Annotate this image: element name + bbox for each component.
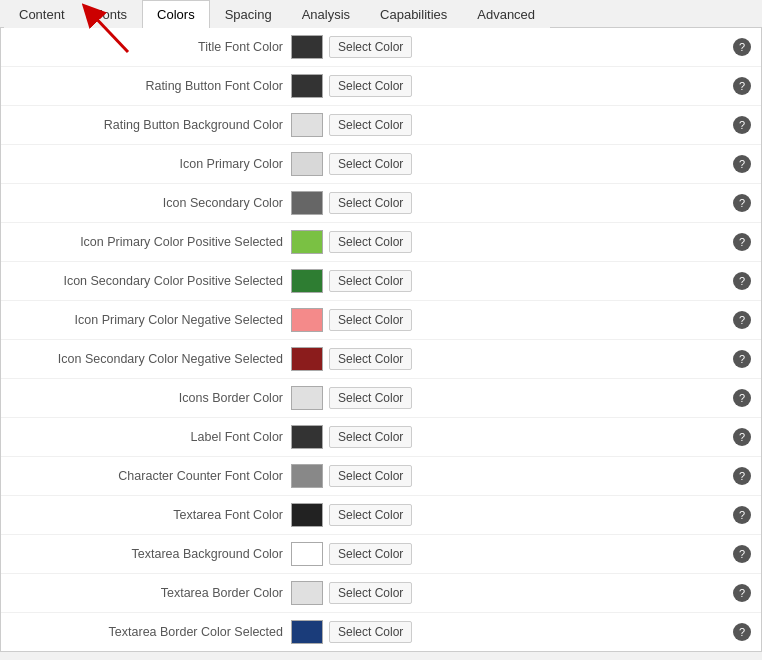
row-control-group: Select Color [291,503,412,527]
color-swatch[interactable] [291,425,323,449]
help-icon[interactable]: ? [733,428,751,446]
help-icon[interactable]: ? [733,584,751,602]
color-row: Icon Primary Color Negative Selected Sel… [1,301,761,340]
help-icon[interactable]: ? [733,38,751,56]
color-row: Character Counter Font Color Select Colo… [1,457,761,496]
row-control-group: Select Color [291,269,412,293]
color-swatch[interactable] [291,230,323,254]
color-swatch[interactable] [291,464,323,488]
row-label-group: Rating Button Font Color [11,79,291,93]
row-label-group: Title Font Color [11,40,291,54]
color-label: Textarea Font Color [173,508,283,522]
row-label-group: Icon Primary Color [11,157,291,171]
row-control-group: Select Color [291,386,412,410]
color-label: Title Font Color [198,40,283,54]
tab-content[interactable]: Content [4,0,80,28]
select-color-button[interactable]: Select Color [329,231,412,253]
help-icon[interactable]: ? [733,623,751,641]
help-icon[interactable]: ? [733,77,751,95]
color-swatch[interactable] [291,191,323,215]
select-color-button[interactable]: Select Color [329,504,412,526]
help-icon[interactable]: ? [733,389,751,407]
select-color-button[interactable]: Select Color [329,387,412,409]
color-row: Icon Primary Color Positive Selected Sel… [1,223,761,262]
color-swatch[interactable] [291,74,323,98]
color-row: Icon Secondary Color Positive Selected S… [1,262,761,301]
color-swatch[interactable] [291,503,323,527]
help-icon[interactable]: ? [733,506,751,524]
tab-advanced[interactable]: Advanced [462,0,550,28]
row-label-group: Label Font Color [11,430,291,444]
row-control-group: Select Color [291,425,412,449]
row-control-group: Select Color [291,464,412,488]
tab-spacing[interactable]: Spacing [210,0,287,28]
color-label: Icon Secondary Color Positive Selected [63,274,283,288]
color-swatch[interactable] [291,269,323,293]
select-color-button[interactable]: Select Color [329,75,412,97]
color-swatch[interactable] [291,581,323,605]
select-color-button[interactable]: Select Color [329,192,412,214]
row-label-group: Textarea Border Color Selected [11,625,291,639]
row-label-group: Textarea Border Color [11,586,291,600]
color-swatch[interactable] [291,113,323,137]
color-row: Textarea Border Color Select Color ? [1,574,761,613]
row-label-group: Textarea Font Color [11,508,291,522]
color-swatch[interactable] [291,542,323,566]
tab-analysis[interactable]: Analysis [287,0,365,28]
tab-colors[interactable]: Colors [142,0,210,28]
help-icon[interactable]: ? [733,467,751,485]
select-color-button[interactable]: Select Color [329,270,412,292]
color-swatch[interactable] [291,308,323,332]
row-control-group: Select Color [291,74,412,98]
select-color-button[interactable]: Select Color [329,621,412,643]
color-swatch[interactable] [291,386,323,410]
color-swatch[interactable] [291,35,323,59]
row-control-group: Select Color [291,113,412,137]
tab-fonts[interactable]: Fonts [80,0,143,28]
color-label: Textarea Background Color [132,547,283,561]
color-label: Rating Button Background Color [104,118,283,132]
row-control-group: Select Color [291,581,412,605]
row-label-group: Icon Primary Color Positive Selected [11,235,291,249]
select-color-button[interactable]: Select Color [329,36,412,58]
color-row: Rating Button Background Color Select Co… [1,106,761,145]
help-icon[interactable]: ? [733,311,751,329]
tab-capabilities[interactable]: Capabilities [365,0,462,28]
row-control-group: Select Color [291,35,412,59]
row-label-group: Icons Border Color [11,391,291,405]
select-color-button[interactable]: Select Color [329,543,412,565]
color-label: Icon Secondary Color Negative Selected [58,352,283,366]
help-icon[interactable]: ? [733,194,751,212]
color-row: Icon Primary Color Select Color ? [1,145,761,184]
color-swatch[interactable] [291,152,323,176]
row-label-group: Character Counter Font Color [11,469,291,483]
row-control-group: Select Color [291,191,412,215]
help-icon[interactable]: ? [733,155,751,173]
color-label: Icon Primary Color Positive Selected [80,235,283,249]
color-row: Textarea Border Color Selected Select Co… [1,613,761,651]
help-icon[interactable]: ? [733,272,751,290]
row-control-group: Select Color [291,542,412,566]
help-icon[interactable]: ? [733,233,751,251]
help-icon[interactable]: ? [733,350,751,368]
help-icon[interactable]: ? [733,545,751,563]
select-color-button[interactable]: Select Color [329,426,412,448]
color-label: Label Font Color [191,430,283,444]
select-color-button[interactable]: Select Color [329,153,412,175]
select-color-button[interactable]: Select Color [329,114,412,136]
row-control-group: Select Color [291,308,412,332]
help-icon[interactable]: ? [733,116,751,134]
color-row: Rating Button Font Color Select Color ? [1,67,761,106]
color-row: Icons Border Color Select Color ? [1,379,761,418]
tab-container: Content Fonts Colors Spacing Analysis Ca… [0,0,762,652]
color-label: Rating Button Font Color [145,79,283,93]
select-color-button[interactable]: Select Color [329,309,412,331]
color-label: Textarea Border Color [161,586,283,600]
select-color-button[interactable]: Select Color [329,465,412,487]
color-swatch[interactable] [291,620,323,644]
row-control-group: Select Color [291,620,412,644]
select-color-button[interactable]: Select Color [329,582,412,604]
color-row: Icon Secondary Color Select Color ? [1,184,761,223]
color-swatch[interactable] [291,347,323,371]
select-color-button[interactable]: Select Color [329,348,412,370]
